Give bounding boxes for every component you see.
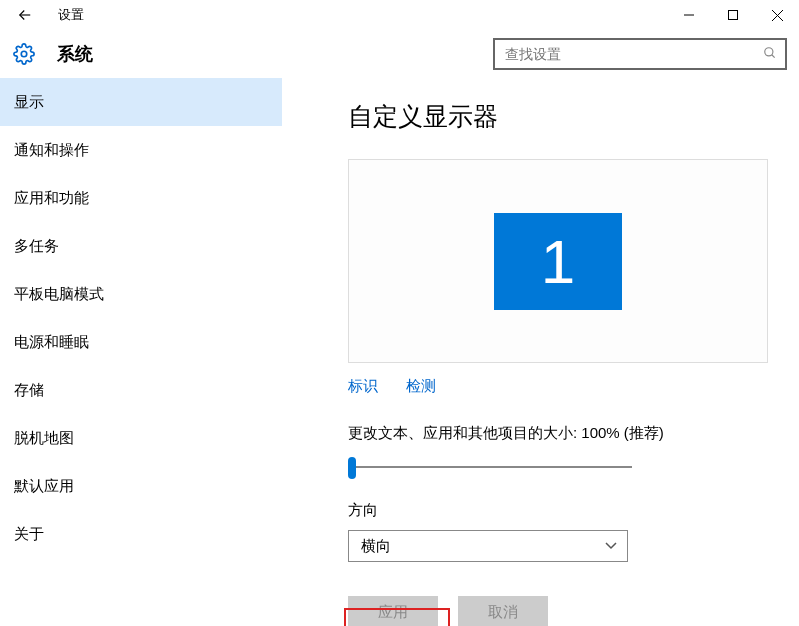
sidebar-item-label: 关于 — [14, 525, 44, 544]
slider-track — [348, 466, 632, 468]
window-controls — [667, 0, 799, 30]
content: 自定义显示器 1 标识 检测 更改文本、应用和其他项目的大小: 100% (推荐… — [282, 78, 799, 626]
search-input[interactable] — [505, 46, 763, 62]
button-row: 应用 取消 — [348, 596, 771, 626]
sidebar-item-label: 脱机地图 — [14, 429, 74, 448]
cancel-button[interactable]: 取消 — [458, 596, 548, 626]
display-actions: 标识 检测 — [348, 377, 771, 396]
header: 系统 — [0, 30, 799, 78]
sidebar-item-label: 多任务 — [14, 237, 59, 256]
sidebar-item-storage[interactable]: 存储 — [0, 366, 282, 414]
sidebar: 显示 通知和操作 应用和功能 多任务 平板电脑模式 电源和睡眠 存储 脱机地图 … — [0, 78, 282, 626]
scale-slider[interactable] — [348, 457, 632, 477]
identify-link[interactable]: 标识 — [348, 377, 378, 394]
sidebar-item-label: 应用和功能 — [14, 189, 89, 208]
sidebar-item-label: 通知和操作 — [14, 141, 89, 160]
sidebar-item-label: 显示 — [14, 93, 44, 112]
orientation-label: 方向 — [348, 501, 771, 520]
page-title: 自定义显示器 — [348, 100, 771, 133]
detect-link[interactable]: 检测 — [406, 377, 436, 394]
svg-line-6 — [772, 54, 775, 57]
sidebar-item-defaultapps[interactable]: 默认应用 — [0, 462, 282, 510]
monitor-tile[interactable]: 1 — [494, 213, 622, 310]
maximize-button[interactable] — [711, 0, 755, 30]
svg-rect-1 — [729, 11, 738, 20]
orientation-dropdown[interactable]: 横向 — [348, 530, 628, 562]
orientation-value: 横向 — [361, 537, 391, 556]
gear-icon — [12, 42, 36, 66]
display-preview: 1 — [348, 159, 768, 363]
slider-thumb[interactable] — [348, 457, 356, 479]
apply-button[interactable]: 应用 — [348, 596, 438, 626]
sidebar-item-label: 默认应用 — [14, 477, 74, 496]
sidebar-item-label: 存储 — [14, 381, 44, 400]
close-button[interactable] — [755, 0, 799, 30]
sidebar-item-label: 平板电脑模式 — [14, 285, 104, 304]
back-button[interactable] — [10, 0, 40, 30]
sidebar-item-maps[interactable]: 脱机地图 — [0, 414, 282, 462]
sidebar-item-about[interactable]: 关于 — [0, 510, 282, 558]
search-icon — [763, 46, 777, 63]
sidebar-item-label: 电源和睡眠 — [14, 333, 89, 352]
svg-point-5 — [765, 47, 773, 55]
monitor-number: 1 — [541, 226, 575, 297]
header-title: 系统 — [57, 42, 93, 66]
sidebar-item-power[interactable]: 电源和睡眠 — [0, 318, 282, 366]
titlebar: 设置 — [0, 0, 799, 30]
svg-point-4 — [21, 51, 27, 57]
sidebar-item-notifications[interactable]: 通知和操作 — [0, 126, 282, 174]
sidebar-item-tablet[interactable]: 平板电脑模式 — [0, 270, 282, 318]
minimize-button[interactable] — [667, 0, 711, 30]
scale-label: 更改文本、应用和其他项目的大小: 100% (推荐) — [348, 424, 771, 443]
sidebar-item-apps[interactable]: 应用和功能 — [0, 174, 282, 222]
window-title: 设置 — [58, 6, 84, 24]
sidebar-item-multitask[interactable]: 多任务 — [0, 222, 282, 270]
sidebar-item-display[interactable]: 显示 — [0, 78, 282, 126]
search-box[interactable] — [493, 38, 787, 70]
chevron-down-icon — [605, 539, 617, 553]
